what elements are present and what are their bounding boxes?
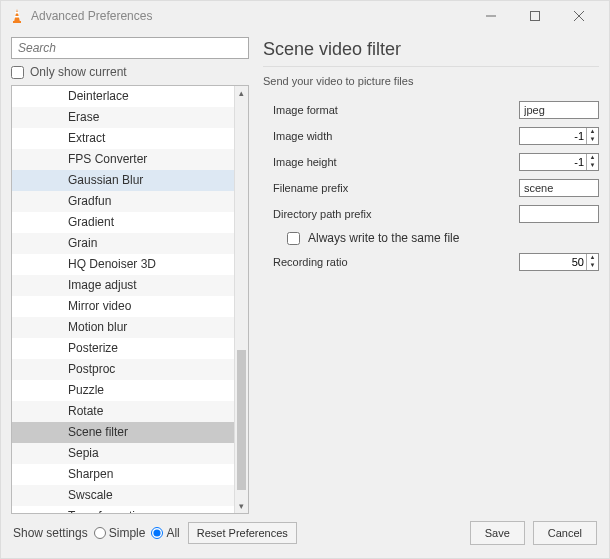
row-image-format: Image format — [273, 101, 599, 119]
always-write-label: Always write to the same file — [308, 231, 459, 245]
filter-list-items: DeinterlaceEraseExtractFPS ConverterGaus… — [12, 86, 234, 513]
image-format-input[interactable] — [519, 101, 599, 119]
image-height-spinner[interactable]: -1 ▲▼ — [519, 153, 599, 171]
list-item[interactable]: Rotate — [12, 401, 234, 422]
row-always-write[interactable]: Always write to the same file — [273, 231, 599, 245]
recording-ratio-spinner[interactable]: 50 ▲▼ — [519, 253, 599, 271]
filename-prefix-input[interactable] — [519, 179, 599, 197]
spinner-buttons[interactable]: ▲▼ — [586, 254, 598, 270]
row-filename-prefix: Filename prefix — [273, 179, 599, 197]
recording-ratio-value: 50 — [520, 256, 586, 268]
search-input[interactable] — [11, 37, 249, 59]
window-title: Advanced Preferences — [31, 9, 469, 23]
directory-prefix-label: Directory path prefix — [273, 208, 519, 220]
close-button[interactable] — [557, 2, 601, 30]
list-item[interactable]: Gaussian Blur — [12, 170, 234, 191]
list-item[interactable]: Erase — [12, 107, 234, 128]
always-write-checkbox[interactable] — [287, 232, 300, 245]
list-item[interactable]: Sepia — [12, 443, 234, 464]
titlebar: Advanced Preferences — [1, 1, 609, 31]
image-format-label: Image format — [273, 104, 519, 116]
list-item[interactable]: Transformation — [12, 506, 234, 513]
save-button[interactable]: Save — [470, 521, 525, 545]
list-item[interactable]: Gradient — [12, 212, 234, 233]
list-item[interactable]: Grain — [12, 233, 234, 254]
radio-all[interactable]: All — [151, 526, 179, 540]
window-controls — [469, 2, 601, 30]
content-area: Only show current DeinterlaceEraseExtrac… — [1, 31, 609, 514]
only-show-current-checkbox[interactable] — [11, 66, 24, 79]
list-item[interactable]: FPS Converter — [12, 149, 234, 170]
only-show-current-check[interactable]: Only show current — [11, 65, 249, 79]
list-item[interactable]: Swscale — [12, 485, 234, 506]
spinner-buttons[interactable]: ▲▼ — [586, 128, 598, 144]
image-height-value: -1 — [520, 156, 586, 168]
filename-prefix-label: Filename prefix — [273, 182, 519, 194]
radio-all-input[interactable] — [151, 527, 163, 539]
reset-preferences-button[interactable]: Reset Preferences — [188, 522, 297, 544]
svg-rect-3 — [15, 16, 20, 18]
scroll-thumb[interactable] — [237, 350, 246, 490]
image-height-label: Image height — [273, 156, 519, 168]
panel-desc: Send your video to picture files — [263, 75, 599, 87]
radio-simple-label: Simple — [109, 526, 146, 540]
right-panel: Scene video filter Send your video to pi… — [263, 37, 599, 514]
filter-list: DeinterlaceEraseExtractFPS ConverterGaus… — [11, 85, 249, 514]
list-item[interactable]: Sharpen — [12, 464, 234, 485]
form: Image format Image width -1 ▲▼ Image hei… — [263, 101, 599, 271]
list-item[interactable]: Deinterlace — [12, 86, 234, 107]
svg-marker-0 — [14, 9, 20, 22]
image-width-value: -1 — [520, 130, 586, 142]
list-item[interactable]: HQ Denoiser 3D — [12, 254, 234, 275]
row-image-height: Image height -1 ▲▼ — [273, 153, 599, 171]
list-item[interactable]: Gradfun — [12, 191, 234, 212]
minimize-button[interactable] — [469, 2, 513, 30]
vlc-icon — [9, 8, 25, 24]
row-recording-ratio: Recording ratio 50 ▲▼ — [273, 253, 599, 271]
list-item[interactable]: Mirror video — [12, 296, 234, 317]
svg-rect-1 — [13, 21, 21, 23]
directory-prefix-input[interactable] — [519, 205, 599, 223]
list-item[interactable]: Image adjust — [12, 275, 234, 296]
svg-rect-5 — [531, 12, 540, 21]
radio-all-label: All — [166, 526, 179, 540]
show-settings-group: Show settings Simple All — [13, 526, 180, 540]
list-item[interactable]: Postproc — [12, 359, 234, 380]
footer: Show settings Simple All Reset Preferenc… — [1, 514, 609, 558]
radio-simple-input[interactable] — [94, 527, 106, 539]
list-item[interactable]: Extract — [12, 128, 234, 149]
radio-simple[interactable]: Simple — [94, 526, 146, 540]
scroll-down-icon[interactable]: ▾ — [235, 499, 248, 513]
image-width-spinner[interactable]: -1 ▲▼ — [519, 127, 599, 145]
scroll-up-icon[interactable]: ▴ — [235, 86, 248, 100]
spinner-buttons[interactable]: ▲▼ — [586, 154, 598, 170]
list-item[interactable]: Puzzle — [12, 380, 234, 401]
row-image-width: Image width -1 ▲▼ — [273, 127, 599, 145]
panel-title: Scene video filter — [263, 39, 599, 67]
list-item[interactable]: Posterize — [12, 338, 234, 359]
preferences-window: Advanced Preferences Only show current D… — [0, 0, 610, 559]
row-directory-prefix: Directory path prefix — [273, 205, 599, 223]
image-width-label: Image width — [273, 130, 519, 142]
scrollbar[interactable]: ▴ ▾ — [234, 86, 248, 513]
only-show-current-label: Only show current — [30, 65, 127, 79]
svg-rect-2 — [15, 12, 19, 14]
cancel-button[interactable]: Cancel — [533, 521, 597, 545]
maximize-button[interactable] — [513, 2, 557, 30]
show-settings-label: Show settings — [13, 526, 88, 540]
left-panel: Only show current DeinterlaceEraseExtrac… — [11, 37, 249, 514]
recording-ratio-label: Recording ratio — [273, 256, 519, 268]
list-item[interactable]: Motion blur — [12, 317, 234, 338]
list-item[interactable]: Scene filter — [12, 422, 234, 443]
